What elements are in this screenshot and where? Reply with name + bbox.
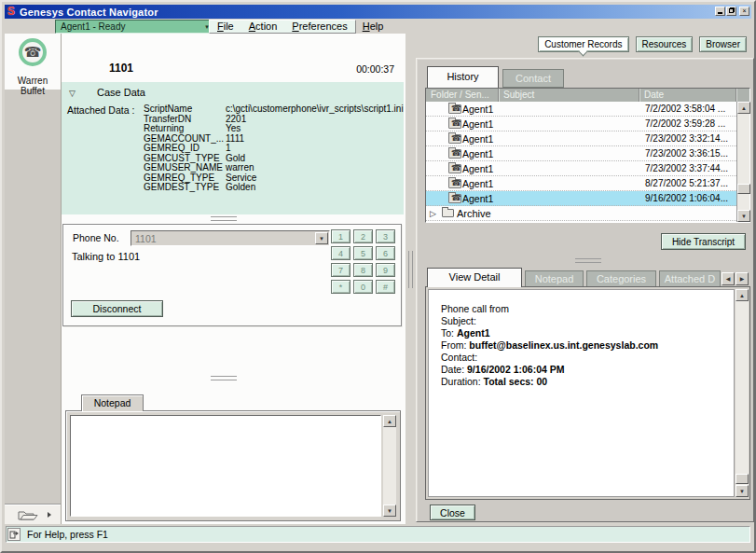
history-row[interactable]: ☎ Agent1 7/23/2002 3:32:14... (426, 131, 736, 146)
close-button[interactable]: Close (430, 505, 475, 520)
detail-line: Phone call from (441, 303, 728, 315)
scroll-down-icon[interactable]: ▼ (735, 485, 749, 497)
horizontal-splitter[interactable] (211, 376, 237, 380)
history-rows: ☎ Agent1 7/2/2002 3:58:04 ... ☎ Agent1 7… (426, 102, 736, 222)
browser-button[interactable]: Browser (699, 36, 747, 52)
vertical-splitter[interactable] (405, 34, 416, 524)
history-scrollbar[interactable]: ▲ ▼ (736, 102, 749, 222)
tab-contact[interactable]: Contact (502, 69, 564, 88)
keypad-button-8[interactable]: 8 (353, 263, 373, 277)
keypad-button-hash[interactable]: # (376, 280, 395, 294)
notepad-textarea[interactable] (70, 415, 381, 517)
notepad-scrollbar[interactable]: ▲ ▼ (383, 415, 396, 517)
close-window-button[interactable]: × (739, 7, 749, 16)
minimize-button[interactable] (715, 7, 725, 16)
menu-action[interactable]: Action (241, 21, 285, 33)
combo-dropdown-icon[interactable]: ▼ (315, 232, 328, 244)
history-row[interactable]: ☎ Agent1 7/23/2002 3:37:44... (426, 161, 736, 176)
history-row[interactable]: ☎ Agent1 8/27/2002 5:21:37... (426, 176, 736, 191)
open-folder-icon (18, 509, 38, 521)
detail-line: Contact: (441, 352, 728, 364)
expand-triangle-icon[interactable]: ▷ (430, 209, 436, 218)
scroll-up-icon[interactable]: ▲ (735, 289, 749, 301)
scroll-down-icon[interactable]: ▼ (737, 210, 750, 222)
hide-transcript-button[interactable]: Hide Transcript (661, 233, 746, 250)
app-window: S Genesys Contact Navigator × Agent1 - R… (0, 0, 756, 553)
scrollbar-thumb[interactable] (737, 184, 750, 194)
customer-records-panel: History Contact Folder / Sen... Subject … (416, 58, 754, 522)
keypad-button-5[interactable]: 5 (353, 246, 373, 260)
active-contact[interactable]: ☎ Warren Buffet (5, 34, 61, 90)
history-row[interactable]: ☎ Agent1 7/2/2002 3:58:04 ... (426, 102, 736, 117)
scroll-up-icon[interactable]: ▲ (383, 415, 396, 427)
keypad-button-6[interactable]: 6 (376, 246, 395, 260)
customer-records-button[interactable]: Customer Records (538, 36, 628, 52)
workbin-tray-button[interactable] (5, 505, 61, 524)
tab-history[interactable]: History (427, 66, 499, 88)
phone-no-label: Phone No. (73, 232, 119, 243)
column-date[interactable]: Date (639, 89, 736, 102)
history-row-selected[interactable]: ☎ Agent1 9/16/2002 1:06:04... (426, 191, 736, 206)
column-folder-sender[interactable]: Folder / Sen... (426, 89, 499, 102)
tab-notepad-right[interactable]: Notepad (525, 270, 584, 287)
tab-scroll-left-icon[interactable]: ◀ (722, 272, 735, 285)
window-title: Genesys Contact Navigator (20, 7, 158, 18)
resources-button[interactable]: Resources (636, 36, 694, 52)
column-subject[interactable]: Subject (499, 89, 639, 102)
tab-categories[interactable]: Categories (586, 270, 656, 287)
attached-data-list: ScriptNamec:\gcti\customerphone\ivr_scri… (144, 104, 402, 193)
scrollbar-thumb[interactable] (735, 474, 749, 484)
archive-folder-icon (442, 209, 454, 217)
keypad-button-0[interactable]: 0 (353, 280, 373, 294)
horizontal-splitter[interactable] (211, 216, 237, 221)
collapse-triangle-icon[interactable]: ▽ (69, 89, 76, 98)
status-field (6, 526, 750, 543)
detail-line: Date: 9/16/2002 1:06:04 PM (441, 364, 728, 376)
history-table-header: Folder / Sen... Subject Date (426, 89, 749, 102)
archive-row[interactable]: ▷ Archive (426, 206, 736, 221)
agent-status-dropdown[interactable]: Agent1 - Ready ▼ (55, 20, 215, 34)
phone-record-icon: ☎ (448, 149, 461, 159)
phone-number-combobox[interactable]: 1101 ▼ (131, 230, 330, 246)
horizontal-splitter[interactable] (575, 258, 601, 263)
keypad-button-9[interactable]: 9 (376, 263, 395, 277)
case-data-title: Case Data (97, 87, 145, 98)
tab-view-detail[interactable]: View Detail (427, 268, 522, 287)
keypad-button-4[interactable]: 4 (331, 246, 351, 260)
attached-data-label: Attached Data : (67, 104, 134, 116)
menu-bar: File Action Preferences Help (209, 20, 356, 34)
menu-preferences[interactable]: Preferences (284, 21, 354, 33)
keypad-button-star[interactable]: * (331, 280, 351, 294)
title-bar: S Genesys Contact Navigator × (5, 5, 751, 19)
history-row[interactable]: ☎ Agent1 7/23/2002 3:36:15... (426, 146, 736, 161)
attached-data-row: ReturningYes (144, 124, 402, 134)
attached-data-row: GEMUSER_NAMEwarren (144, 163, 402, 173)
phone-record-icon: ☎ (448, 179, 461, 188)
keypad-button-1[interactable]: 1 (331, 229, 351, 243)
history-row[interactable]: ☎ Agent1 7/2/2002 3:59:28 ... (426, 117, 736, 131)
phone-number-value: 1101 (135, 233, 157, 244)
attached-data-row: GEMREQ_ID1 (144, 144, 402, 154)
status-bar: For Help, press F1 (5, 524, 751, 544)
keypad-button-7[interactable]: 7 (331, 263, 351, 277)
menu-file[interactable]: File (210, 21, 241, 33)
phone-record-icon: ☎ (448, 134, 461, 144)
disconnect-button[interactable]: Disconnect (71, 300, 163, 317)
keypad-button-3[interactable]: 3 (376, 229, 395, 243)
splitter-handle[interactable] (408, 251, 413, 288)
genesys-logo-icon: S (7, 7, 20, 17)
tab-scroll-right-icon[interactable]: ▶ (735, 272, 749, 285)
tab-notepad-left[interactable]: Notepad (81, 394, 144, 411)
restore-button[interactable] (726, 7, 736, 16)
menu-help[interactable]: Help (355, 21, 392, 33)
detail-line: Duration: Total secs: 00 (441, 376, 728, 388)
phone-contact-icon: ☎ (19, 38, 47, 66)
tab-attached-data[interactable]: Attached D (659, 270, 721, 287)
detail-line: Subject: (441, 315, 728, 327)
keypad-button-2[interactable]: 2 (353, 229, 373, 243)
detail-scrollbar[interactable]: ▲ ▼ (735, 289, 749, 497)
phone-dialer-panel: Phone No. 1101 ▼ Talking to 1101 1 2 3 4… (62, 224, 402, 326)
scroll-down-icon[interactable]: ▼ (383, 505, 396, 517)
call-status-text: Talking to 1101 (72, 251, 140, 262)
scroll-up-icon[interactable]: ▲ (737, 102, 750, 114)
